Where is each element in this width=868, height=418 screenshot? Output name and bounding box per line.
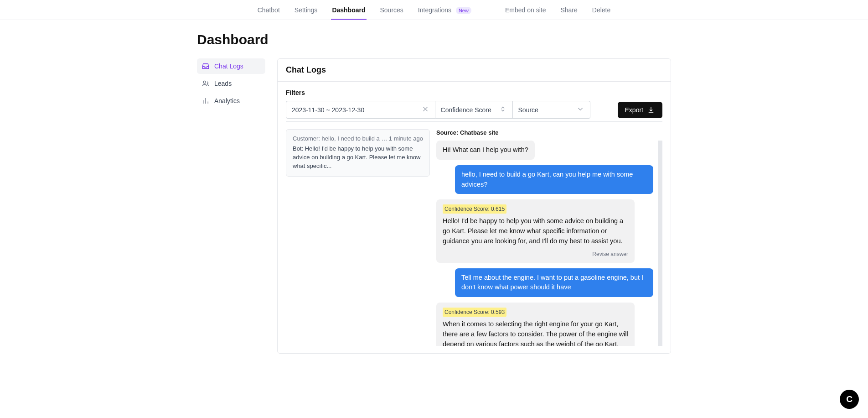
chat-message-user: Tell me about the engine. I want to put … xyxy=(436,268,653,298)
sidebar-item-leads[interactable]: Leads xyxy=(197,76,265,91)
bubble: Hi! What can I help you with? xyxy=(436,141,535,160)
filters-group: 2023-11-30 ~ 2023-12-30 Confidence Score xyxy=(286,101,590,119)
chat-scroll[interactable]: Hi! What can I help you with? hello, I n… xyxy=(436,141,662,346)
tab-dashboard[interactable]: Dashboard xyxy=(331,1,366,19)
bubble: hello, I need to build a go Kart, can yo… xyxy=(455,165,653,194)
download-icon xyxy=(647,106,655,114)
source-filter[interactable]: Source xyxy=(513,101,590,119)
sidebar-item-chat-logs[interactable]: Chat Logs xyxy=(197,58,265,74)
bubble: Confidence Score: 0.593 When it comes to… xyxy=(436,303,635,346)
sidebar-item-label: Chat Logs xyxy=(214,63,243,70)
new-badge: New xyxy=(456,7,471,14)
action-share[interactable]: Share xyxy=(559,1,578,19)
top-nav: Chatbot Settings Dashboard Sources Integ… xyxy=(0,0,868,20)
chat-message-bot: Confidence Score: 0.593 When it comes to… xyxy=(436,303,653,346)
tab-integrations-label: Integrations xyxy=(418,6,451,14)
export-button[interactable]: Export xyxy=(618,102,662,118)
chat-message-bot: Hi! What can I help you with? xyxy=(436,141,653,160)
revise-answer-link[interactable]: Revise answer xyxy=(443,250,628,258)
sidebar-item-label: Analytics xyxy=(214,97,240,104)
confidence-badge: Confidence Score: 0.615 xyxy=(443,204,506,214)
date-range-filter[interactable]: 2023-11-30 ~ 2023-12-30 xyxy=(286,101,435,119)
log-bot-line: Bot: Hello! I'd be happy to help you wit… xyxy=(293,145,423,171)
page-title: Dashboard xyxy=(197,32,671,47)
svg-point-0 xyxy=(203,81,206,83)
message-text: Hello! I'd be happy to help you with som… xyxy=(443,217,623,245)
bubble: Tell me about the engine. I want to put … xyxy=(455,268,653,298)
log-customer-line: Customer: hello, I need to build a go Ka… xyxy=(293,135,388,142)
log-card[interactable]: Customer: hello, I need to build a go Ka… xyxy=(286,129,430,177)
bar-chart-icon xyxy=(202,97,210,105)
users-icon xyxy=(202,79,210,88)
main-panel: Chat Logs Filters 2023-11-30 ~ 2023-12-3… xyxy=(277,58,671,354)
date-range-value: 2023-11-30 ~ 2023-12-30 xyxy=(292,106,364,114)
source-filter-label: Source xyxy=(518,106,538,114)
tab-sources[interactable]: Sources xyxy=(379,1,404,19)
sort-icon xyxy=(499,105,507,115)
filters-label: Filters xyxy=(286,89,662,96)
log-time: 1 minute ago xyxy=(389,135,423,142)
sidebar-item-label: Leads xyxy=(214,80,232,87)
tab-integrations[interactable]: Integrations New xyxy=(417,1,472,19)
bubble: Confidence Score: 0.615 Hello! I'd be ha… xyxy=(436,199,635,262)
panel-title: Chat Logs xyxy=(278,59,671,82)
chat-source-label: Source: Chatbase site xyxy=(436,129,662,136)
confidence-filter[interactable]: Confidence Score xyxy=(435,101,513,119)
action-delete[interactable]: Delete xyxy=(591,1,611,19)
sidebar: Chat Logs Leads Analytics xyxy=(197,58,265,354)
export-label: Export xyxy=(625,106,643,114)
tab-chatbot[interactable]: Chatbot xyxy=(257,1,281,19)
sidebar-item-analytics[interactable]: Analytics xyxy=(197,93,265,109)
message-text: When it comes to selecting the right eng… xyxy=(443,320,628,346)
confidence-badge: Confidence Score: 0.593 xyxy=(443,308,506,317)
inbox-icon xyxy=(202,62,210,70)
close-icon[interactable] xyxy=(421,105,429,115)
log-list: Customer: hello, I need to build a go Ka… xyxy=(286,129,430,346)
divider xyxy=(286,121,662,122)
chat-message-user: hello, I need to build a go Kart, can yo… xyxy=(436,165,653,194)
chat-message-bot: Confidence Score: 0.615 Hello! I'd be ha… xyxy=(436,199,653,262)
tab-settings[interactable]: Settings xyxy=(294,1,319,19)
action-embed[interactable]: Embed on site xyxy=(504,1,547,19)
chat-panel: Source: Chatbase site Hi! What can I hel… xyxy=(436,129,662,346)
confidence-filter-label: Confidence Score xyxy=(441,106,491,114)
chevron-down-icon xyxy=(576,105,584,115)
